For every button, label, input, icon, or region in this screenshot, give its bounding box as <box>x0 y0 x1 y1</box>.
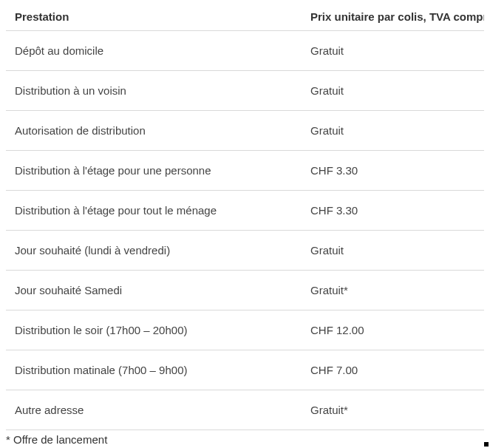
cell-prestation: Distribution à l'étage pour une personne <box>6 151 302 191</box>
cell-prix: Gratuit <box>302 31 484 71</box>
cell-prestation: Autorisation de distribution <box>6 111 302 151</box>
cell-prix: Gratuit <box>302 71 484 111</box>
table-row: Distribution à l'étage pour tout le ména… <box>6 191 484 231</box>
cell-prestation: Jour souhaité (lundi à vendredi) <box>6 231 302 271</box>
header-prestation: Prestation <box>6 4 302 31</box>
table-row: Jour souhaité (lundi à vendredi) Gratuit <box>6 231 484 271</box>
table-scroll-container[interactable]: Prestation Prix unitaire par colis, TVA … <box>6 4 484 430</box>
cell-prestation: Distribution à l'étage pour tout le ména… <box>6 191 302 231</box>
header-prix: Prix unitaire par colis, TVA comprise <box>302 4 484 31</box>
table-header-row: Prestation Prix unitaire par colis, TVA … <box>6 4 484 31</box>
table-row: Autorisation de distribution Gratuit <box>6 111 484 151</box>
table-row: Distribution à l'étage pour une personne… <box>6 151 484 191</box>
table-row: Distribution matinale (7h00 – 9h00) CHF … <box>6 350 484 390</box>
cell-prestation: Distribution à un voisin <box>6 71 302 111</box>
table-row: Distribution à un voisin Gratuit <box>6 71 484 111</box>
corner-dot <box>484 442 489 447</box>
cell-prestation: Autre adresse <box>6 390 302 430</box>
cell-prestation: Distribution matinale (7h00 – 9h00) <box>6 350 302 390</box>
cell-prix: Gratuit* <box>302 390 484 430</box>
cell-prix: Gratuit <box>302 111 484 151</box>
table-row: Dépôt au domicile Gratuit <box>6 31 484 71</box>
cell-prix: Gratuit* <box>302 271 484 310</box>
pricing-table: Prestation Prix unitaire par colis, TVA … <box>6 4 484 430</box>
cell-prestation: Distribution le soir (17h00 – 20h00) <box>6 310 302 350</box>
cell-prix: CHF 7.00 <box>302 350 484 390</box>
table-row: Distribution le soir (17h00 – 20h00) CHF… <box>6 310 484 350</box>
cell-prestation: Dépôt au domicile <box>6 31 302 71</box>
table-row: Jour souhaité Samedi Gratuit* <box>6 271 484 310</box>
cell-prix: CHF 3.30 <box>302 191 484 231</box>
footnote: * Offre de lancement <box>6 430 484 446</box>
table-row: Autre adresse Gratuit* <box>6 390 484 430</box>
cell-prix: Gratuit <box>302 231 484 271</box>
cell-prix: CHF 12.00 <box>302 310 484 350</box>
cell-prestation: Jour souhaité Samedi <box>6 271 302 310</box>
table-body: Dépôt au domicile Gratuit Distribution à… <box>6 31 484 430</box>
cell-prix: CHF 3.30 <box>302 151 484 191</box>
